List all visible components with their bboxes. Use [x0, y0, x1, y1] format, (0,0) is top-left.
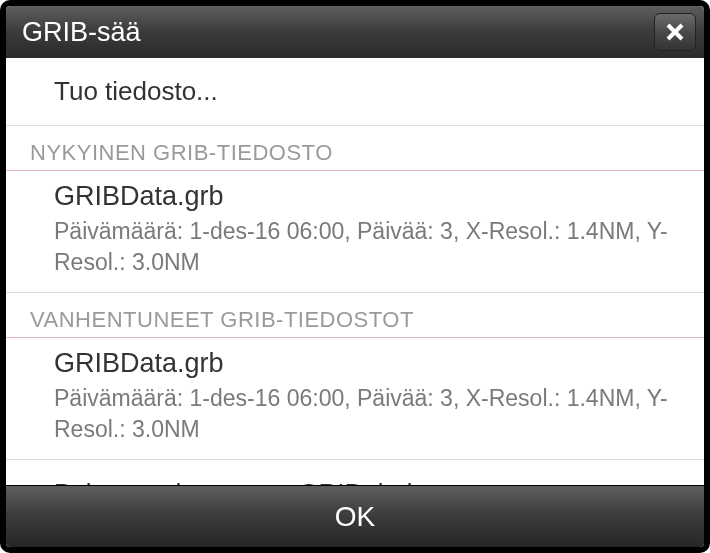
ok-label: OK: [335, 501, 375, 533]
expired-file-section-header: VANHENTUNEET GRIB-TIEDOSTOT: [6, 293, 704, 338]
current-file-meta: Päivämäärä: 1-des-16 06:00, Päivää: 3, X…: [54, 216, 680, 278]
delete-expired-button[interactable]: Poista vanhentuneet GRIB-tiedostot: [6, 460, 704, 485]
current-grib-file-item[interactable]: GRIBData.grb Päivämäärä: 1-des-16 06:00,…: [6, 171, 704, 293]
delete-expired-label: Poista vanhentuneet GRIB-tiedostot: [54, 478, 469, 485]
expired-file-meta: Päivämäärä: 1-des-16 06:00, Päivää: 3, X…: [54, 383, 680, 445]
grib-weather-dialog: GRIB-sää Tuo tiedosto... NYKYINEN GRIB-T…: [0, 0, 710, 553]
dialog-content: Tuo tiedosto... NYKYINEN GRIB-TIEDOSTO G…: [6, 58, 704, 485]
dialog-title: GRIB-sää: [22, 17, 141, 48]
current-file-name: GRIBData.grb: [54, 181, 680, 212]
close-icon: [665, 22, 685, 42]
import-file-button[interactable]: Tuo tiedosto...: [6, 58, 704, 126]
close-button[interactable]: [654, 13, 696, 51]
titlebar: GRIB-sää: [6, 6, 704, 58]
expired-file-name: GRIBData.grb: [54, 348, 680, 379]
expired-grib-file-item[interactable]: GRIBData.grb Päivämäärä: 1-des-16 06:00,…: [6, 338, 704, 460]
import-file-label: Tuo tiedosto...: [54, 76, 218, 106]
current-file-section-header: NYKYINEN GRIB-TIEDOSTO: [6, 126, 704, 171]
ok-button[interactable]: OK: [6, 485, 704, 547]
